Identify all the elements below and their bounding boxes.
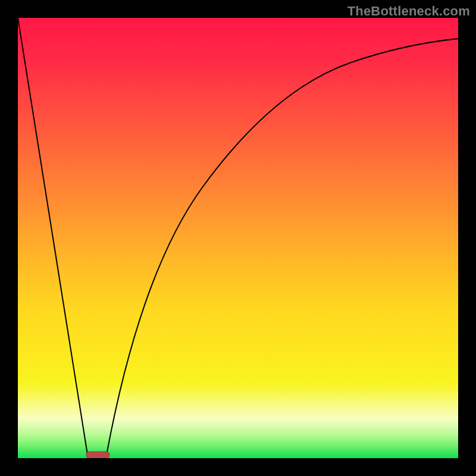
chart-frame: TheBottleneck.com [0,0,476,476]
watermark-text: TheBottleneck.com [347,4,470,19]
bottleneck-curve [18,18,458,458]
curve-right-branch [106,39,458,458]
curve-left-branch [18,18,88,458]
trough-marker [86,452,109,458]
plot-area [18,18,458,458]
